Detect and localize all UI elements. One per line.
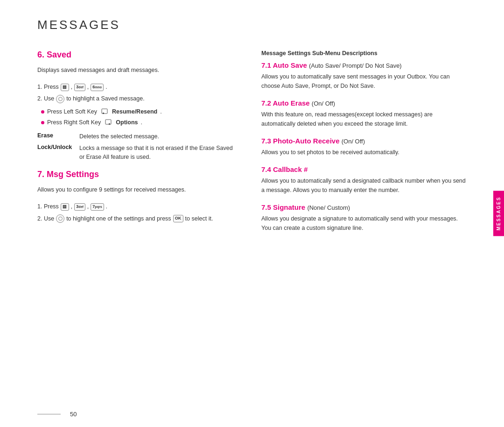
s7-step1-text: 1. Press [37, 202, 59, 212]
definition-table: Erase Deletes the selected message. Lock… [37, 132, 233, 161]
step1-text: 1. Press [37, 82, 59, 92]
page-header: MESSAGES [0, 0, 504, 41]
subsections: 7.1 Auto Save (Auto Save/ Prompt/ Do Not… [261, 61, 467, 233]
ok-icon: OK [173, 215, 183, 222]
bullet-dot-1 [41, 110, 44, 114]
def-row-erase: Erase Deletes the selected message. [37, 132, 233, 141]
subsection-7-2: 7.2 Auto Erase (On/ Off) With this featu… [261, 99, 467, 128]
subsection-7-3-title: 7.3 Photo-Auto Receive (On/ Off) [261, 137, 467, 145]
subsection-7-1-number: 7.1 [261, 61, 273, 69]
nav-icon: ◯ [56, 95, 64, 103]
subsection-7-4-title: 7.4 Callback # [261, 165, 467, 173]
section-6-title: 6. Saved [37, 50, 233, 60]
subsection-7-1-body: Allows you to automatically save sent me… [261, 72, 467, 91]
page-number: 50 [70, 411, 77, 418]
subsection-7-1: 7.1 Auto Save (Auto Save/ Prompt/ Do Not… [261, 61, 467, 91]
left-soft-key-icon [101, 108, 108, 115]
subsection-7-1-title: 7.1 Auto Save (Auto Save/ Prompt/ Do Not… [261, 61, 467, 69]
svg-rect-0 [102, 109, 107, 114]
menu-key-icon: ▤ [61, 84, 69, 91]
subsection-7-4-body: Allows you to automatically send a desig… [261, 176, 467, 195]
s7-step2-prefix: 2. Use [37, 214, 54, 224]
svg-rect-1 [103, 113, 104, 114]
subsection-7-1-name: Auto Save [273, 61, 307, 69]
def-term-lock: Lock/Unlock [37, 144, 79, 150]
6mno-key-icon: 6mno [91, 84, 104, 91]
s7-step2-middle: to highlight one of the settings and pre… [66, 214, 171, 224]
subsection-7-2-body: With this feature on, read messages(exce… [261, 110, 467, 128]
subsection-7-3-body: Allows you to set photos to be received … [261, 148, 467, 157]
s7-step2-suffix: to select it. [185, 214, 213, 224]
sidebar-tab: MESSAGES [493, 191, 504, 236]
subsection-7-3-suffix: (On/ Off) [342, 138, 365, 145]
bullet-list: Press Left Soft Key Resume/Resend. Press… [41, 107, 233, 128]
s7-nav-icon: ◯ [56, 214, 64, 223]
subsection-7-4: 7.4 Callback # Allows you to automatical… [261, 165, 467, 195]
bullet1-prefix: Press Left Soft Key [47, 107, 97, 117]
step2-suffix: to highlight a Saved message. [66, 94, 144, 104]
bullet2-bold: Options [116, 118, 138, 128]
bullet-dot-2 [41, 121, 44, 124]
sub-menu-header: Message Settings Sub-Menu Descriptions [261, 50, 467, 57]
left-column: 6. Saved Displays saved messages and dra… [37, 41, 252, 406]
def-desc-erase: Deletes the selected message. [79, 132, 233, 141]
s7-3def-key-icon: 3def [74, 203, 85, 211]
section-6-description: Displays saved messages and draft messag… [37, 65, 233, 75]
bullet-1: Press Left Soft Key Resume/Resend. [41, 107, 233, 117]
subsection-7-3-number: 7.3 [261, 137, 273, 145]
section-7-step2: 2. Use ◯ to highlight one of the setting… [37, 214, 233, 224]
page-title: MESSAGES [37, 18, 467, 32]
subsection-7-3: 7.3 Photo-Auto Receive (On/ Off) Allows … [261, 137, 467, 157]
right-column: Message Settings Sub-Menu Descriptions 7… [252, 41, 467, 406]
section-7-title: 7. Msg Settings [37, 170, 233, 179]
def-desc-lock: Locks a message so that it is not erased… [79, 144, 233, 162]
bullet2-suffix: . [141, 118, 142, 128]
subsection-7-5-body: Allows you designate a signature to auto… [261, 214, 467, 233]
subsection-7-2-name: Auto Erase [273, 99, 309, 107]
section-6-step1: 1. Press ▤, 3def, 6mno. [37, 82, 233, 92]
section-6: 6. Saved Displays saved messages and dra… [37, 50, 233, 161]
def-term-erase: Erase [37, 132, 79, 139]
subsection-7-4-name: Callback # [273, 165, 308, 173]
subsection-7-5-suffix: (None/ Custom) [307, 204, 350, 211]
3def-key-icon: 3def [74, 84, 85, 91]
subsection-7-2-suffix: (On/ Off) [312, 100, 335, 107]
svg-rect-2 [105, 120, 111, 124]
footer-line [37, 414, 61, 414]
bullet-2: Press Right Soft Key Options. [41, 118, 233, 128]
bullet2-prefix: Press Right Soft Key [47, 118, 101, 128]
subsection-7-5-title: 7.5 Signature (None/ Custom) [261, 203, 467, 211]
bullet1-suffix: . [160, 107, 161, 117]
content-area: 6. Saved Displays saved messages and dra… [0, 41, 504, 406]
page-container: MESSAGES 6. Saved Displays saved message… [0, 0, 504, 427]
subsection-7-3-name: Photo-Auto Receive [273, 137, 340, 145]
section-7-step1: 1. Press ▤, 3def, 7pqrs. [37, 202, 233, 212]
subsection-7-5-name: Signature [273, 203, 305, 211]
subsection-7-4-number: 7.4 [261, 165, 273, 173]
s7-menu-key-icon: ▤ [61, 203, 69, 211]
section-6-step2: 2. Use ◯ to highlight a Saved message. [37, 94, 233, 104]
def-row-lock: Lock/Unlock Locks a message so that it i… [37, 144, 233, 162]
bullet1-bold: Resume/Resend [112, 107, 157, 117]
subsection-7-2-title: 7.2 Auto Erase (On/ Off) [261, 99, 467, 107]
section-7-description: Allows you to configure 9 settings for r… [37, 185, 233, 194]
s7-7pqrs-key-icon: 7pqrs [91, 203, 104, 211]
svg-rect-3 [109, 123, 110, 125]
subsection-7-1-suffix: (Auto Save/ Prompt/ Do Not Save) [309, 62, 402, 69]
subsection-7-5: 7.5 Signature (None/ Custom) Allows you … [261, 203, 467, 233]
step2-prefix: 2. Use [37, 94, 54, 104]
subsection-7-5-number: 7.5 [261, 203, 273, 211]
page-footer: 50 [0, 406, 504, 427]
right-soft-key-icon [105, 119, 112, 126]
subsection-7-2-number: 7.2 [261, 99, 273, 107]
section-7: 7. Msg Settings Allows you to configure … [37, 170, 233, 224]
